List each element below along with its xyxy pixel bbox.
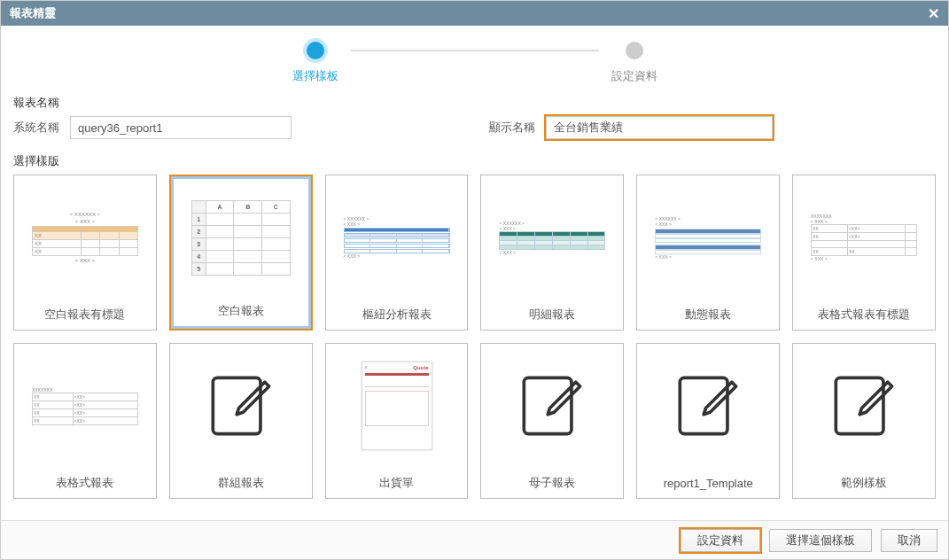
template-caption: 空白報表有標題 — [14, 299, 156, 330]
template-caption: 出貨單 — [326, 468, 468, 498]
field-display-name: 顯示名稱 — [489, 116, 773, 139]
step-dot-icon — [307, 42, 324, 59]
svg-rect-0 — [213, 377, 261, 433]
system-name-label: 系統名稱 — [13, 120, 59, 136]
display-name-input[interactable] — [546, 116, 773, 139]
pencil-icon — [206, 371, 276, 440]
set-data-button-label: 設定資料 — [697, 533, 743, 548]
svg-rect-1 — [525, 377, 572, 433]
template-dynamic[interactable]: < XXXXXX > < XXX > < XXX > 動態報表 — [636, 175, 780, 331]
template-parent-child[interactable]: 母子報表 — [480, 343, 624, 499]
pencil-icon — [829, 371, 898, 440]
titlebar: 報表精靈 ✕ — [1, 1, 948, 26]
template-shipping-order[interactable]: SQuote 出貨單 — [325, 343, 469, 499]
system-name-input[interactable] — [70, 116, 292, 139]
template-pivot[interactable]: < XXXXXX > < XXX > < XXX > 樞紐分析報表 — [325, 175, 469, 331]
stepper: 選擇樣板 設定資料 — [8, 26, 941, 89]
close-icon[interactable]: ✕ — [928, 5, 939, 22]
step-label: 設定資料 — [611, 68, 657, 84]
step-set-data[interactable]: 設定資料 — [564, 42, 705, 84]
set-data-button[interactable]: 設定資料 — [681, 529, 760, 552]
template-report1-template[interactable]: report1_Template — [636, 343, 780, 499]
template-blank-with-title[interactable]: < XXXXXX > < XXX > XX XX XX < XXX > 空白報表… — [13, 175, 157, 331]
template-grid: < XXXXXX > < XXX > XX XX XX < XXX > 空白報表… — [8, 173, 941, 501]
cancel-button[interactable]: 取消 — [881, 529, 937, 552]
template-caption: 動態報表 — [637, 299, 779, 330]
template-detail[interactable]: < XXXXXX > < XXX > < XXX > 明細報表 — [480, 175, 624, 331]
step-dot-icon — [626, 42, 643, 59]
template-blank[interactable]: ABC 1 2 3 4 5 空白報表 — [169, 175, 313, 331]
template-caption: report1_Template — [637, 468, 779, 498]
pencil-icon — [517, 371, 587, 440]
form-row-names: 系統名稱 顯示名稱 — [8, 114, 941, 148]
template-caption: 母子報表 — [481, 468, 623, 498]
template-caption: 表格式報表 — [14, 468, 156, 498]
report-name-section-label: 報表名稱 — [13, 95, 941, 111]
template-group[interactable]: 群組報表 — [169, 343, 313, 499]
template-caption: 範例樣板 — [793, 468, 935, 498]
template-caption: 表格式報表有標題 — [793, 299, 935, 330]
template-tabular-with-title[interactable]: XXXXXXX < XXX > XX<XX> XX<XX> XXXX < XXX… — [792, 175, 936, 331]
pencil-icon — [673, 371, 743, 440]
choose-this-template-button-label: 選擇這個樣板 — [786, 533, 855, 548]
template-caption: 樞紐分析報表 — [326, 299, 468, 330]
display-name-label: 顯示名稱 — [489, 120, 535, 136]
cancel-button-label: 取消 — [898, 533, 921, 548]
footer: 設定資料 選擇這個樣板 取消 — [1, 520, 948, 559]
step-label: 選擇樣板 — [292, 68, 338, 84]
template-caption: 明細報表 — [481, 299, 623, 330]
choose-this-template-button[interactable]: 選擇這個樣板 — [769, 529, 872, 552]
step-choose-template[interactable]: 選擇樣板 — [245, 42, 386, 84]
report-wizard-modal: 報表精靈 ✕ 選擇樣板 設定資料 報表名稱 系統名稱 顯示名稱 — [0, 0, 949, 560]
modal-title: 報表精靈 — [10, 5, 56, 21]
template-tabular[interactable]: XXXXXXX XX<XX> XX<XX> XX<XX> XX<XX> 表格式報… — [13, 343, 157, 499]
template-caption: 群組報表 — [170, 468, 312, 498]
svg-rect-2 — [681, 377, 728, 433]
field-system-name: 系統名稱 — [13, 116, 292, 139]
svg-rect-3 — [836, 377, 883, 433]
template-example[interactable]: 範例樣板 — [792, 343, 936, 499]
template-caption: 空白報表 — [174, 296, 308, 326]
choose-template-section-label: 選擇樣版 — [13, 153, 941, 169]
